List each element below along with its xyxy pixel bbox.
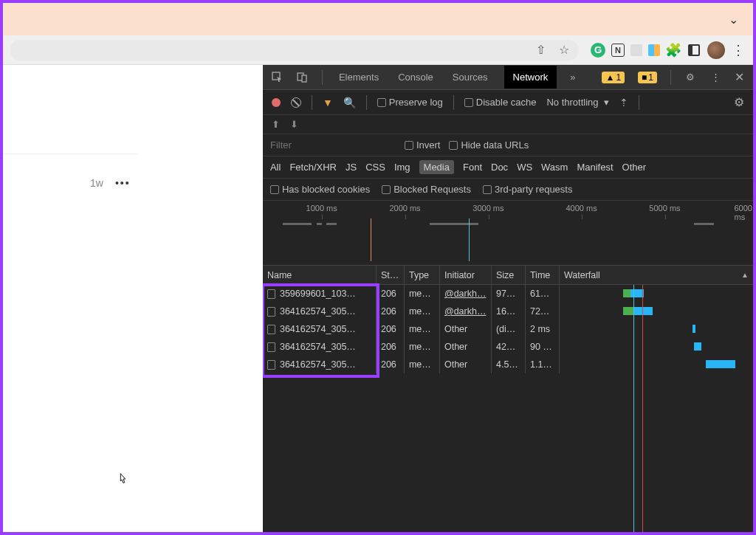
filter-type-font[interactable]: Font	[463, 162, 482, 173]
filter-type-js[interactable]: JS	[346, 162, 357, 173]
tab-elements[interactable]: Elements	[336, 66, 382, 89]
col-size[interactable]: Size	[492, 266, 526, 284]
col-type[interactable]: Type	[405, 266, 440, 284]
waterfall-cell	[560, 303, 753, 320]
share-icon[interactable]: ⇧	[533, 43, 548, 58]
extension-generic-1-icon[interactable]	[630, 44, 642, 56]
table-row[interactable]: 359699601_103…206me…@darkh…97…61…	[263, 285, 753, 303]
table-row[interactable]: 364162574_305…206me…Other(di…2 ms	[263, 320, 753, 338]
post-timestamp: 1w	[90, 177, 103, 189]
search-icon[interactable]: 🔍	[343, 97, 356, 108]
type-cell: me…	[405, 320, 440, 338]
url-bar[interactable]: ⇧ ☆	[10, 40, 579, 61]
status-cell: 206	[377, 320, 405, 338]
warnings-badge[interactable]: ▲1	[602, 72, 625, 83]
app-frame: ⌄ ⇧ ☆ G N 🧩 ⋮ 1w •••	[0, 0, 756, 535]
star-icon[interactable]: ☆	[557, 43, 571, 58]
time-cell: 61…	[526, 285, 560, 303]
inspect-element-icon[interactable]	[272, 72, 284, 83]
filter-type-css[interactable]: CSS	[365, 162, 385, 173]
network-settings-icon[interactable]: ⚙	[734, 95, 744, 109]
tab-sources[interactable]: Sources	[450, 66, 491, 89]
side-panel-icon[interactable]	[687, 43, 701, 58]
third-party-checkbox[interactable]: 3rd-party requests	[483, 184, 573, 195]
device-toggle-icon[interactable]	[297, 72, 309, 83]
filter-type-doc[interactable]: Doc	[491, 162, 508, 173]
time-cell: 72…	[526, 303, 560, 320]
browser-menu-icon[interactable]: ⋮	[731, 43, 746, 58]
initiator-text: Other	[444, 359, 467, 370]
devtools-menu-icon[interactable]: ⋮	[709, 72, 721, 83]
timeline-overview[interactable]: 1000 ms 2000 ms 3000 ms 4000 ms 5000 ms …	[263, 201, 753, 266]
settings-gear-icon[interactable]: ⚙	[684, 72, 696, 83]
name-cell[interactable]: 364162574_305…	[263, 338, 377, 356]
col-waterfall[interactable]: Waterfall▲	[560, 266, 753, 284]
col-initiator[interactable]: Initiator	[440, 266, 492, 284]
name-cell[interactable]: 364162574_305…	[263, 356, 377, 373]
blocked-requests-checkbox[interactable]: Blocked Requests	[382, 184, 471, 195]
size-cell: 42…	[492, 338, 526, 356]
name-cell[interactable]: 364162574_305…	[263, 303, 377, 320]
filter-type-img[interactable]: Img	[394, 162, 410, 173]
timeline-tick: 2000 ms	[389, 204, 420, 213]
type-cell: me…	[405, 338, 440, 356]
table-row[interactable]: 364162574_305…206me…Other4.5…1.1…	[263, 356, 753, 373]
clear-button[interactable]	[291, 97, 301, 108]
profile-avatar[interactable]	[707, 41, 725, 59]
tab-console[interactable]: Console	[395, 66, 436, 89]
extension-notion-icon[interactable]: N	[611, 44, 625, 57]
type-cell: me…	[405, 303, 440, 320]
extension-grammarly-icon[interactable]: G	[591, 43, 605, 58]
disable-cache-checkbox[interactable]: Disable cache	[464, 97, 537, 108]
notification-chevron-icon[interactable]: ⌄	[729, 13, 738, 27]
record-button[interactable]	[272, 98, 281, 107]
separator	[639, 95, 639, 110]
table-row[interactable]: 364162574_305…206me…Other42…90 …	[263, 338, 753, 356]
extension-generic-2-icon[interactable]	[648, 44, 660, 56]
post-more-button[interactable]: •••	[115, 177, 131, 189]
filter-type-other[interactable]: Other	[622, 162, 647, 173]
tab-network[interactable]: Network	[504, 66, 557, 89]
invert-checkbox[interactable]: Invert	[405, 139, 441, 151]
status-cell: 206	[377, 356, 405, 373]
filter-type-wasm[interactable]: Wasm	[541, 162, 568, 173]
status-cell: 206	[377, 285, 405, 303]
network-conditions-icon[interactable]: ⇡	[619, 97, 628, 108]
filter-options-bar: Has blocked cookies Blocked Requests 3rd…	[263, 179, 753, 201]
file-icon	[267, 360, 275, 370]
download-har-icon[interactable]: ⬇	[290, 119, 298, 130]
initiator-link[interactable]: @darkh…	[444, 306, 486, 317]
filter-type-all[interactable]: All	[270, 162, 281, 173]
size-cell: 4.5…	[492, 356, 526, 373]
filter-type-manifest[interactable]: Manifest	[577, 162, 613, 173]
type-cell: me…	[405, 356, 440, 373]
initiator-link[interactable]: @darkh…	[444, 289, 486, 299]
issues-badge[interactable]: ■1	[638, 72, 657, 83]
filter-toggle-icon[interactable]: ▼	[323, 97, 333, 108]
filter-type-fetch[interactable]: Fetch/XHR	[289, 162, 337, 173]
filter-input[interactable]	[270, 139, 396, 151]
col-time[interactable]: Time	[526, 266, 560, 284]
close-devtools-icon[interactable]: ✕	[735, 70, 744, 84]
filter-type-bar: All Fetch/XHR JS CSS Img Media Font Doc …	[263, 156, 753, 179]
initiator-cell: Other	[440, 320, 492, 338]
name-cell[interactable]: 364162574_305…	[263, 320, 377, 338]
file-icon	[267, 342, 275, 352]
upload-har-icon[interactable]: ⬆	[272, 119, 280, 130]
col-name[interactable]: Name	[263, 266, 377, 284]
timeline-tick: 4000 ms	[566, 204, 597, 213]
table-row[interactable]: 364162574_305…206me…@darkh…16…72…	[263, 303, 753, 320]
filter-type-ws[interactable]: WS	[517, 162, 532, 173]
more-tabs-icon[interactable]: »	[570, 72, 575, 83]
throttling-select[interactable]: No throttling ▾	[546, 97, 608, 108]
preserve-log-checkbox[interactable]: Preserve log	[377, 97, 443, 108]
col-status[interactable]: St…	[377, 266, 405, 284]
table-header: Name St… Type Initiator Size Time Waterf…	[263, 266, 753, 285]
filter-type-media[interactable]: Media	[419, 160, 454, 174]
blocked-cookies-checkbox[interactable]: Has blocked cookies	[270, 184, 370, 195]
devtools-panel: Elements Console Sources Network » ▲1 ■1…	[263, 65, 753, 532]
time-cell: 90 …	[526, 338, 560, 356]
extensions-puzzle-icon[interactable]: 🧩	[666, 43, 681, 58]
name-cell[interactable]: 359699601_103…	[263, 285, 377, 303]
hide-data-urls-checkbox[interactable]: Hide data URLs	[449, 139, 529, 151]
